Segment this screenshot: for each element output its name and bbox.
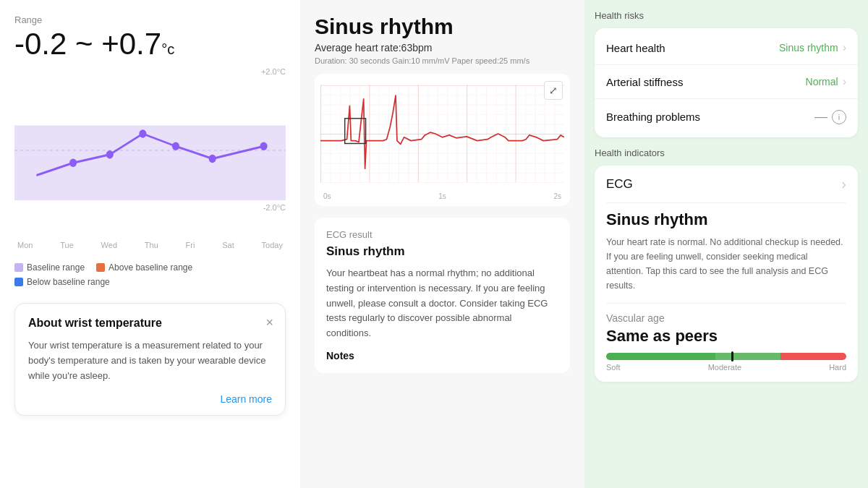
ecg-chart-svg <box>320 80 564 188</box>
learn-more-link[interactable]: Learn more <box>28 393 272 405</box>
legend-baseline-label: Baseline range <box>27 262 85 273</box>
bar-hard <box>780 353 846 360</box>
temperature-chart-svg <box>14 67 286 234</box>
legend-baseline-dot <box>14 263 23 272</box>
x-axis: Mon Tue Wed Thu Fri Sat Today <box>14 241 286 249</box>
svg-point-4 <box>139 129 146 138</box>
health-indicators-label: Health indicators <box>595 147 858 158</box>
legend-below-dot <box>14 278 23 286</box>
breathing-problems-right: — i <box>814 109 846 124</box>
ecg-indicators-chevron-icon: › <box>841 176 846 192</box>
ecg-result-label: ECG result <box>326 229 558 240</box>
ecg-indicators-row[interactable]: ECG › <box>606 176 846 203</box>
sinus-rhythm-section: Sinus rhythm Your heart rate is normal. … <box>606 210 846 304</box>
vascular-age-label: Vascular age <box>606 312 846 324</box>
info-circle-icon[interactable]: i <box>832 110 846 124</box>
svg-point-2 <box>69 159 77 168</box>
bar-soft <box>606 353 715 360</box>
svg-point-3 <box>106 150 114 159</box>
chart-legend: Baseline range Above baseline range Belo… <box>14 257 286 293</box>
breathing-problems-value: — <box>814 109 827 124</box>
ecg-chart-container: ⤢ 0s 1s 2s <box>315 74 570 206</box>
vascular-bar <box>606 353 846 360</box>
heart-health-label: Heart health <box>606 42 665 54</box>
temperature-chart: +2.0°C -2.0°C <box>14 67 286 234</box>
vascular-bar-labels: Soft Moderate Hard <box>606 363 846 372</box>
sinus-meta: Duration: 30 seconds Gain:10 mm/mV Paper… <box>315 56 570 65</box>
right-panel: Health risks Heart health Sinus rhythm ›… <box>584 0 868 488</box>
heart-health-chevron-icon: › <box>843 41 846 54</box>
left-panel: Range -0.2 ~ +0.7°c +2.0°C -2.0°C Mon Tu… <box>0 0 300 488</box>
arterial-stiffness-right: Normal › <box>806 75 846 88</box>
middle-panel: Sinus rhythm Average heart rate:63bpm Du… <box>300 0 584 488</box>
health-item-arterial[interactable]: Arterial stiffness Normal › <box>595 65 858 99</box>
y-axis-bottom: -2.0°C <box>263 203 286 212</box>
health-item-heart[interactable]: Heart health Sinus rhythm › <box>595 31 858 65</box>
bar-marker <box>731 351 733 361</box>
ecg-result-title: Sinus rhythm <box>326 244 558 259</box>
legend-above: Above baseline range <box>96 262 192 273</box>
health-item-breathing[interactable]: Breathing problems — i <box>595 99 858 134</box>
ecg-notes-label: Notes <box>326 350 558 361</box>
legend-baseline: Baseline range <box>14 262 85 273</box>
about-card-close-button[interactable]: × <box>265 315 273 330</box>
svg-rect-10 <box>320 85 564 183</box>
sinus-avg-hr: Average heart rate:63bpm <box>315 42 570 53</box>
legend-above-dot <box>96 263 105 272</box>
vascular-bar-container <box>606 353 846 360</box>
ecg-result-text: Your heartbeat has a normal rhythm; no a… <box>326 266 558 341</box>
ecg-x-axis: 0s 1s 2s <box>320 191 564 200</box>
svg-point-6 <box>209 155 216 163</box>
sinus-title: Sinus rhythm <box>315 14 570 39</box>
sinus-rhythm-section-title: Sinus rhythm <box>606 210 846 229</box>
about-card-text: Your wrist temperature is a measurement … <box>28 338 272 383</box>
bar-moderate <box>715 353 781 360</box>
svg-point-5 <box>172 142 179 151</box>
breathing-problems-label: Breathing problems <box>606 111 700 123</box>
sinus-rhythm-section-desc: Your heart rate is normal. No additional… <box>606 235 846 293</box>
bar-label-moderate: Moderate <box>708 363 741 372</box>
vascular-age-title: Same as peers <box>606 327 846 346</box>
legend-above-label: Above baseline range <box>109 262 192 273</box>
about-card-title: About wrist temperature <box>28 317 272 330</box>
about-card: About wrist temperature × Your wrist tem… <box>14 303 286 416</box>
vascular-section: Vascular age Same as peers Soft Moderate… <box>606 312 846 372</box>
arterial-stiffness-value: Normal <box>806 76 838 87</box>
ecg-result-card: ECG result Sinus rhythm Your heartbeat h… <box>315 218 570 373</box>
health-risks-label: Health risks <box>595 10 858 21</box>
indicators-card: ECG › Sinus rhythm Your heart rate is no… <box>595 166 858 382</box>
range-value: -0.2 ~ +0.7°c <box>14 27 286 61</box>
heart-health-value: Sinus rhythm <box>779 42 838 53</box>
legend-below: Below baseline range <box>14 277 110 287</box>
bar-label-hard: Hard <box>829 363 846 372</box>
bar-label-soft: Soft <box>606 363 621 372</box>
arterial-stiffness-label: Arterial stiffness <box>606 76 683 88</box>
health-risks-card: Heart health Sinus rhythm › Arterial sti… <box>595 28 858 137</box>
ecg-indicators-label: ECG <box>606 177 633 192</box>
arterial-stiffness-chevron-icon: › <box>843 75 846 88</box>
ecg-expand-button[interactable]: ⤢ <box>544 81 563 100</box>
svg-point-7 <box>260 142 268 151</box>
legend-below-label: Below baseline range <box>27 277 110 287</box>
y-axis-top: +2.0°C <box>261 67 286 76</box>
range-label: Range <box>14 14 286 25</box>
heart-health-right: Sinus rhythm › <box>779 41 846 54</box>
